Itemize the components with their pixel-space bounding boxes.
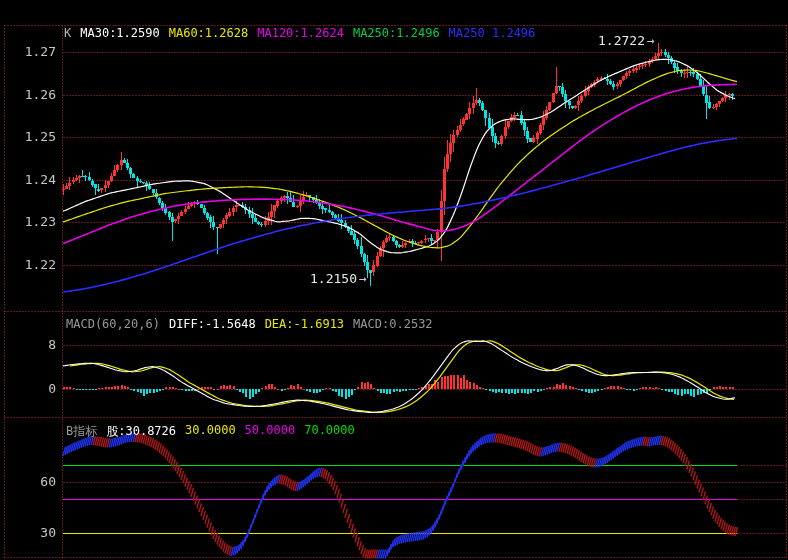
- macd-legend: MACD(60,20,6)DIFF:-1.5648DEA:-1.6913MACD…: [66, 317, 433, 331]
- macd-legend-item-3: MACD:0.2532: [353, 317, 432, 331]
- b-legend-item-1: 股:30.8726: [106, 423, 176, 440]
- b-legend-item-4: 70.0000: [304, 423, 355, 440]
- b-tick-60: 60: [0, 474, 56, 489]
- price-tick-1.24: 1.24: [0, 172, 56, 187]
- price-tick-1.23: 1.23: [0, 214, 56, 229]
- main-legend-item-5: MA250 1.2496: [449, 26, 536, 40]
- price-annotation-1.2150: 1.2150→: [310, 271, 367, 286]
- price-tick-1.26: 1.26: [0, 87, 56, 102]
- main-legend-item-2: MA60:1.2628: [169, 26, 248, 40]
- macd-tick-0: 0: [0, 381, 56, 396]
- b-legend-item-3: 50.0000: [245, 423, 296, 440]
- b-tick-30: 30: [0, 525, 56, 540]
- price-tick-1.25: 1.25: [0, 129, 56, 144]
- macd-tick-8: 8: [0, 337, 56, 352]
- annotation-arrow-icon: →: [645, 33, 655, 48]
- main-legend: KMA30:1.2590MA60:1.2628MA120:1.2624MA250…: [64, 26, 535, 40]
- macd-legend-item-0: MACD(60,20,6): [66, 317, 160, 331]
- annotation-arrow-icon: →: [357, 271, 367, 286]
- b-legend-item-0: B指标: [66, 423, 97, 440]
- macd-legend-item-1: DIFF:-1.5648: [169, 317, 256, 331]
- chart-window: 欧元美元(EURUSD)<60分> ⇦ ⇨ KMA30:1.2590MA60:1…: [0, 0, 788, 560]
- main-legend-item-0: K: [64, 26, 71, 40]
- chart-canvas: [0, 0, 788, 560]
- b-legend-item-2: 30.0000: [185, 423, 236, 440]
- price-tick-1.22: 1.22: [0, 257, 56, 272]
- macd-legend-item-2: DEA:-1.6913: [265, 317, 344, 331]
- main-legend-item-4: MA250:1.2496: [353, 26, 440, 40]
- b-indicator-legend: B指标股:30.872630.000050.000070.0000: [66, 423, 355, 440]
- main-legend-item-1: MA30:1.2590: [80, 26, 159, 40]
- price-annotation-1.2722: 1.2722→: [598, 33, 655, 48]
- price-tick-1.27: 1.27: [0, 44, 56, 59]
- main-legend-item-3: MA120:1.2624: [257, 26, 344, 40]
